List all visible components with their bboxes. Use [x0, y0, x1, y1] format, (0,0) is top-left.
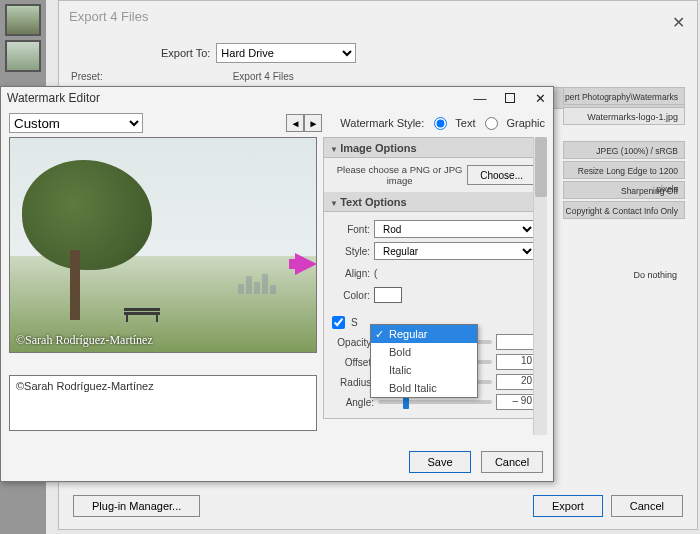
export-title: Export 4 Files: [69, 9, 148, 24]
image-options-header[interactable]: Image Options: [324, 138, 544, 158]
angle-slider[interactable]: [378, 400, 492, 404]
export-button[interactable]: Export: [533, 495, 603, 517]
close-icon[interactable]: [533, 91, 547, 105]
dropdown-item-bold[interactable]: Bold: [371, 343, 477, 361]
thumbnail[interactable]: [5, 40, 41, 72]
choose-button[interactable]: Choose...: [467, 165, 536, 185]
thumbnail[interactable]: [5, 4, 41, 36]
wm-titlebar: Watermark Editor: [1, 87, 553, 109]
cancel-button[interactable]: Cancel: [481, 451, 543, 473]
opacity-value[interactable]: [496, 334, 536, 350]
dropdown-item-italic[interactable]: Italic: [371, 361, 477, 379]
next-button[interactable]: ►: [304, 114, 322, 132]
export-to-label: Export To:: [161, 47, 210, 59]
font-style-select[interactable]: Regular: [374, 242, 536, 260]
style-graphic-label: Graphic: [506, 117, 545, 129]
close-icon[interactable]: ✕: [672, 7, 685, 39]
cancel-button[interactable]: Cancel: [611, 495, 683, 517]
save-button[interactable]: Save: [409, 451, 471, 473]
align-value: (: [374, 268, 536, 279]
export-subheader: Export 4 Files: [233, 71, 294, 85]
summary-copyright: Copyright & Contact Info Only: [563, 201, 685, 219]
summary-jpeg: JPEG (100%) / sRGB: [563, 141, 685, 159]
radius-label: Radius:: [332, 377, 374, 388]
shadow-label: S: [351, 317, 358, 328]
text-options-header[interactable]: Text Options: [324, 192, 544, 212]
maximize-icon[interactable]: [505, 93, 515, 103]
preset-label: Preset:: [71, 71, 103, 85]
wm-title: Watermark Editor: [7, 91, 100, 105]
callout-arrow-icon: [295, 253, 317, 275]
watermark-text-input[interactable]: ©Sarah Rodríguez-Martínez: [9, 375, 317, 431]
radius-value[interactable]: 20: [496, 374, 536, 390]
font-select[interactable]: Rod: [374, 220, 536, 238]
style-text-label: Text: [455, 117, 475, 129]
color-label: Color:: [332, 290, 370, 301]
options-panel: Image Options Please choose a PNG or JPG…: [323, 137, 545, 419]
opacity-label: Opacity:: [332, 337, 374, 348]
export-to-select[interactable]: Hard Drive: [216, 43, 356, 63]
minimize-icon[interactable]: [473, 91, 487, 105]
export-summary-panel: pert Photography\Watermarks Watermarks-l…: [563, 87, 685, 285]
plugin-manager-button[interactable]: Plug-in Manager...: [73, 495, 200, 517]
style-label: Watermark Style:: [340, 117, 424, 129]
summary-path: pert Photography\Watermarks: [563, 87, 685, 105]
watermark-overlay-text: ©Sarah Rodríguez-Martínez: [16, 333, 153, 348]
dropdown-item-bolditalic[interactable]: Bold Italic: [371, 379, 477, 397]
watermark-editor-dialog: Watermark Editor Custom ◄ ► Watermark St…: [0, 86, 554, 482]
image-hint: Please choose a PNG or JPG image: [332, 164, 467, 186]
summary-sharpen: Sharpening Off: [563, 181, 685, 199]
font-label: Font:: [332, 224, 370, 235]
dropdown-item-regular[interactable]: Regular: [371, 325, 477, 343]
align-label: Align:: [332, 268, 370, 279]
options-scrollbar[interactable]: [533, 137, 547, 435]
angle-value[interactable]: – 90: [496, 394, 536, 410]
offset-label: Offset:: [332, 357, 374, 368]
prev-button[interactable]: ◄: [286, 114, 304, 132]
watermark-style-group: Watermark Style: Text Graphic: [340, 117, 545, 130]
style-graphic-radio[interactable]: [485, 117, 498, 130]
style-field-label: Style:: [332, 246, 370, 257]
watermark-preset-select[interactable]: Custom: [9, 113, 143, 133]
color-swatch[interactable]: [374, 287, 402, 303]
summary-resize: Resize Long Edge to 1200 pixels: [563, 161, 685, 179]
shadow-checkbox[interactable]: [332, 316, 345, 329]
export-titlebar: Export 4 Files ✕: [59, 1, 697, 33]
summary-postprocess: Do nothing: [563, 265, 685, 285]
offset-value[interactable]: 10: [496, 354, 536, 370]
font-style-dropdown: Regular Bold Italic Bold Italic: [370, 324, 478, 398]
angle-label: Angle:: [332, 397, 374, 408]
summary-filename: Watermarks-logo-1.jpg: [563, 107, 685, 125]
style-text-radio[interactable]: [434, 117, 447, 130]
watermark-preview: ©Sarah Rodríguez-Martínez: [9, 137, 317, 353]
